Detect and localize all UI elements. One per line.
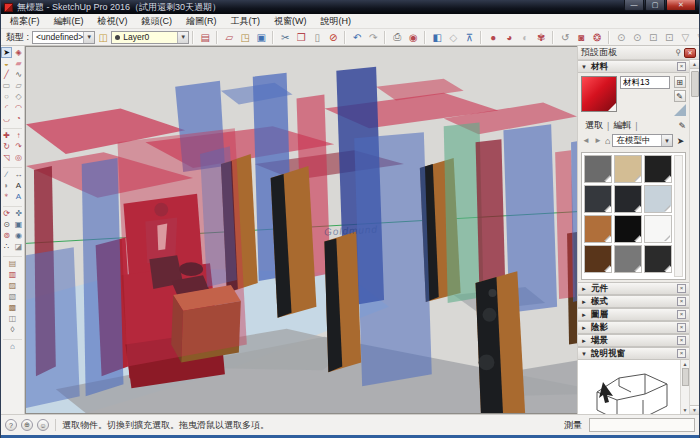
back-arrow-icon[interactable]: ◄	[581, 136, 591, 145]
smoove-tool[interactable]: ▨	[7, 280, 18, 291]
menu-help[interactable]: 說明(H)	[314, 14, 359, 29]
drape-tool[interactable]: ▩	[7, 302, 18, 313]
sample-paint-icon[interactable]	[674, 104, 686, 116]
component-icon[interactable]: ◧	[430, 30, 444, 44]
add-detail-tool[interactable]: ◫	[7, 313, 18, 324]
paste-icon[interactable]: ▯	[310, 30, 324, 44]
section-components[interactable]: ►元件×	[578, 282, 689, 295]
instructor-section-header[interactable]: ▼ 說明視窗 ×	[578, 347, 689, 360]
section-plane-tool[interactable]: ◪	[13, 241, 24, 252]
help-icon[interactable]: ?	[5, 419, 17, 431]
credits-icon[interactable]: ☺	[37, 419, 49, 431]
material-swatch-3[interactable]	[644, 155, 672, 183]
menu-tools[interactable]: 工具(T)	[224, 14, 268, 29]
people2-icon[interactable]: ⊙	[630, 30, 644, 44]
material-swatch-10[interactable]	[584, 245, 612, 273]
follow-me-tool[interactable]: ↷	[13, 141, 24, 152]
undo-icon[interactable]: ↶	[350, 30, 364, 44]
axes-tool[interactable]: ＊	[1, 191, 12, 202]
section-styles[interactable]: ►樣式×	[578, 295, 689, 308]
tray-scrollbar[interactable]: ▲ ▼	[689, 60, 699, 414]
material-swatch-12[interactable]	[644, 245, 672, 273]
section-close-icon[interactable]: ×	[677, 297, 686, 306]
chevron-down-icon[interactable]: ▼	[83, 32, 94, 43]
polygon-tool[interactable]: ◇	[13, 91, 24, 102]
three-point-arc-tool[interactable]: ◡	[1, 113, 12, 124]
arc-tool[interactable]: ◜	[1, 102, 12, 113]
people4-icon[interactable]: ⊡	[662, 30, 676, 44]
chevron-down-icon[interactable]: ▼	[177, 32, 188, 43]
two-point-arc-tool[interactable]: ◠	[13, 102, 24, 113]
menu-draw[interactable]: 繪圖(R)	[179, 14, 224, 29]
materials-section-header[interactable]: ▼ 材料 ×	[578, 60, 689, 73]
make-component-tool[interactable]: ◈	[13, 47, 24, 58]
cone1-icon[interactable]: ▽	[678, 30, 692, 44]
scale-tool[interactable]: ◹	[1, 152, 12, 163]
drawing-viewport[interactable]: Goldmund	[25, 46, 577, 414]
people1-icon[interactable]: ⊙	[614, 30, 628, 44]
material-swatch-7[interactable]	[584, 215, 612, 243]
menu-edit[interactable]: 編輯(E)	[47, 14, 91, 29]
rectangle-tool[interactable]: ▭	[1, 80, 12, 91]
open-icon[interactable]: ◳	[238, 30, 252, 44]
tray-close-icon[interactable]: ✕	[684, 48, 696, 58]
wheel-icon[interactable]: ❂	[590, 30, 604, 44]
menu-window[interactable]: 視窗(W)	[267, 14, 314, 29]
pan-tool[interactable]: ✜	[13, 208, 24, 219]
rotated-rectangle-tool[interactable]: ▱	[13, 80, 24, 91]
look-around-tool[interactable]: ◉	[13, 230, 24, 241]
instructor-scrollbar[interactable]: ▲ ▼	[680, 360, 689, 414]
camera-icon[interactable]: ◙	[574, 30, 588, 44]
material-swatch-6[interactable]	[644, 185, 672, 213]
minimize-button[interactable]: —	[624, 0, 644, 11]
paint-bucket-tool[interactable]: ◒	[1, 58, 12, 69]
orbit-tool[interactable]: ⟳	[1, 208, 12, 219]
circle-tool[interactable]: ○	[1, 91, 12, 102]
front-center-panel[interactable]	[354, 132, 432, 386]
line-tool[interactable]: ╱	[1, 69, 12, 80]
paint-red-icon[interactable]: ●	[486, 30, 500, 44]
dimension-tool[interactable]: ↔	[13, 169, 24, 180]
material-name-input[interactable]	[620, 76, 670, 89]
create-material-button[interactable]: ⊞	[674, 76, 686, 88]
cone2-icon[interactable]: ▽	[694, 30, 700, 44]
copy-icon[interactable]: ❐	[294, 30, 308, 44]
material-swatch-5[interactable]	[614, 185, 642, 213]
materials-close-icon[interactable]: ×	[677, 62, 686, 71]
layer-combo[interactable]: Layer0▼	[111, 31, 189, 44]
save-icon[interactable]: ▣	[254, 30, 268, 44]
title-bar[interactable]: 無標題 - SketchUp Pro 2016（試用還剩30天過期） — ▢ ✕	[1, 0, 699, 14]
material-swatch-11[interactable]	[614, 245, 642, 273]
material-swatch-4[interactable]	[584, 185, 612, 213]
eyedropper-icon[interactable]: ✎	[678, 121, 686, 131]
measurements-input[interactable]	[589, 418, 695, 432]
pie-tool[interactable]: ◔	[13, 113, 24, 124]
3d-text-tool[interactable]: A	[13, 191, 24, 202]
shadow-icon[interactable]: ◇	[446, 30, 460, 44]
tab-select[interactable]: 選取	[581, 119, 607, 132]
people3-icon[interactable]: ⊡	[646, 30, 660, 44]
section-close-icon[interactable]: ×	[677, 336, 686, 345]
geolocation-icon[interactable]: ⊕	[21, 419, 33, 431]
scroll-up-icon[interactable]: ▲	[690, 60, 700, 69]
menu-view[interactable]: 檢視(V)	[91, 14, 135, 29]
menu-camera[interactable]: 鏡頭(C)	[135, 14, 180, 29]
redo-icon[interactable]: ↷	[366, 30, 380, 44]
rotate-red-icon[interactable]: ◕	[502, 30, 516, 44]
forward-arrow-icon[interactable]: ►	[593, 136, 603, 145]
section-scenes[interactable]: ►場景×	[578, 334, 689, 347]
new-icon[interactable]: ▱	[222, 30, 236, 44]
speaker-center[interactable]	[324, 231, 361, 372]
material-swatch-2[interactable]	[614, 155, 642, 183]
maximize-button[interactable]: ▢	[645, 0, 665, 11]
layer-manager-icon[interactable]: ▤	[198, 30, 212, 44]
cut-icon[interactable]: ✂	[278, 30, 292, 44]
3d-scene[interactable]: Goldmund	[26, 47, 577, 413]
material-swatch-8[interactable]	[614, 215, 642, 243]
pin-icon[interactable]: ⚲	[675, 48, 681, 57]
back-icon[interactable]: ↺	[558, 30, 572, 44]
zoom-extents-tool[interactable]: ▣	[13, 219, 24, 230]
walk-tool[interactable]: ∴	[1, 241, 12, 252]
mid-panels[interactable]	[118, 128, 247, 366]
zoom-tool[interactable]: ⊙	[1, 219, 12, 230]
